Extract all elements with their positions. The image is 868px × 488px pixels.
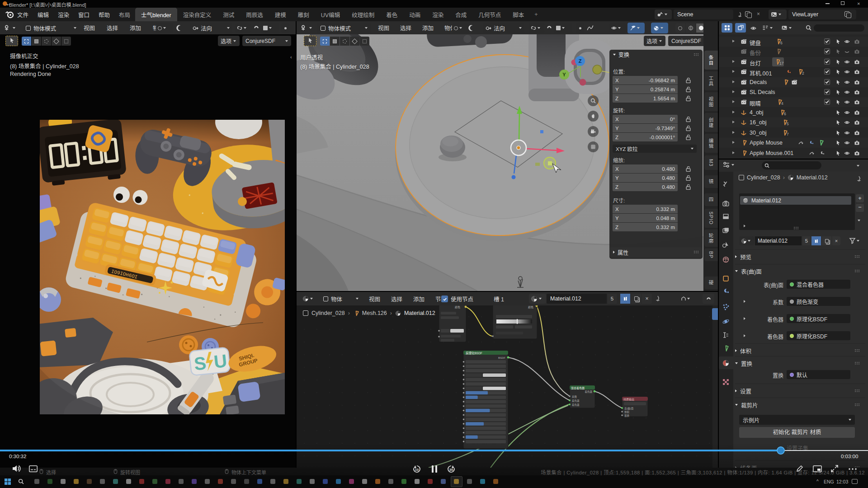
svg-text:着色器: 着色器 (572, 399, 580, 403)
svg-text:着色器: 着色器 (572, 403, 580, 407)
svg-text:系数: 系数 (572, 395, 577, 399)
svg-text:颜色: 颜色 (528, 305, 533, 309)
svg-text:10: 10 (415, 468, 419, 472)
svg-text:体积: 体积 (624, 410, 630, 414)
svg-text:表(曲)面: 表(曲)面 (624, 407, 634, 410)
svg-text:颜色: 颜色 (455, 305, 460, 309)
svg-text:Z: Z (579, 58, 582, 64)
svg-text:混合着色器: 混合着色器 (571, 386, 585, 390)
svg-text:着色器: 着色器 (585, 390, 592, 394)
svg-text:材质输出: 材质输出 (623, 398, 634, 401)
svg-text:原理化BSDF: 原理化BSDF (466, 351, 482, 355)
svg-text:30: 30 (449, 468, 453, 472)
svg-text:BSDF: BSDF (498, 357, 505, 359)
svg-text:Y: Y (562, 72, 566, 77)
svg-text:置换: 置换 (624, 414, 630, 418)
